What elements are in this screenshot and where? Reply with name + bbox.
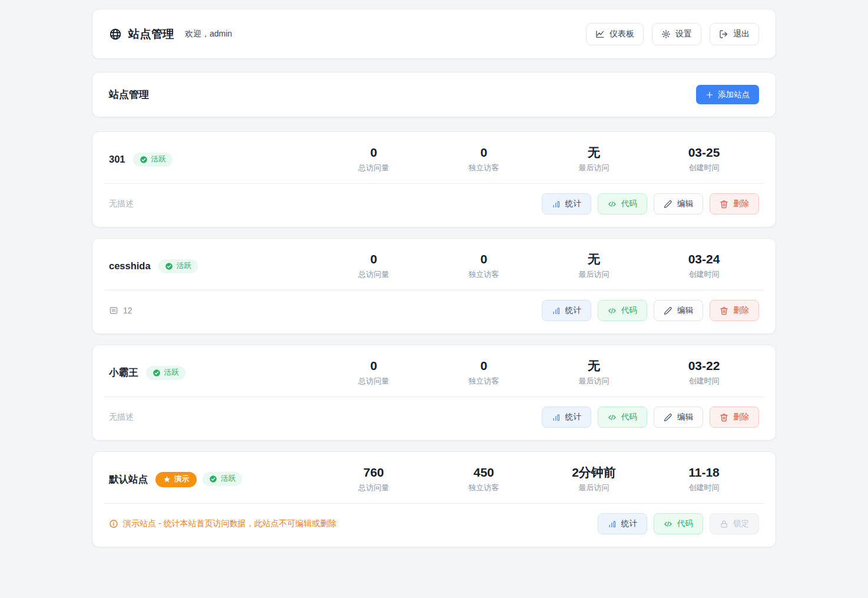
stats-button[interactable]: 统计: [542, 193, 591, 214]
site-description: 无描述: [109, 199, 134, 209]
button-label: 编辑: [677, 199, 693, 209]
site-description-text: 无描述: [109, 412, 134, 422]
site-name: 301: [109, 154, 125, 165]
stat-label: 最后访问: [539, 376, 649, 386]
stat-label: 创建时间: [649, 163, 759, 173]
stat-value: 0: [429, 252, 539, 266]
page-container: 站点管理 欢迎，admin 仪表板: [92, 9, 776, 547]
code-button[interactable]: 代码: [598, 407, 647, 428]
site-card-4: 默认站点 演示活跃 760总访问量450独立访客2分钟前最后访问11-18创建时…: [92, 451, 776, 547]
stat: 0独立访客: [429, 252, 539, 279]
badge-label: 活跃: [177, 261, 191, 271]
stat-label: 最后访问: [539, 269, 649, 280]
stat-value: 03-25: [649, 146, 759, 160]
check-circle-icon: [209, 475, 217, 483]
star-icon: [163, 475, 171, 483]
button-label: 编辑: [677, 305, 693, 316]
gear-icon: [661, 29, 671, 39]
stat: 03-24创建时间: [649, 252, 759, 279]
trash-icon: [720, 306, 728, 315]
badge-label: 活跃: [164, 368, 179, 378]
trash-icon: [720, 200, 728, 209]
delete-button[interactable]: 删除: [710, 193, 759, 214]
stat-value: 03-24: [649, 252, 759, 266]
message-square-icon: [109, 306, 118, 315]
app-title: 站点管理: [128, 27, 174, 42]
site-stats: 760总访问量450独立访客2分钟前最后访问11-18创建时间: [319, 465, 759, 493]
site-summary-row: 小霸王 活跃 0总访问量0独立访客无最后访问03-22创建时间: [92, 345, 776, 397]
stat: 无最后访问: [539, 359, 649, 386]
code-button[interactable]: 代码: [598, 193, 647, 214]
stat-value: 0: [429, 146, 539, 160]
edit-button[interactable]: 编辑: [654, 193, 703, 214]
site-head: cesshida 活跃: [109, 259, 319, 273]
site-stats: 0总访问量0独立访客无最后访问03-25创建时间: [319, 146, 759, 173]
stat-label: 独立访客: [429, 376, 539, 386]
stat-value: 无: [539, 146, 649, 160]
bar-chart-icon: [608, 520, 617, 528]
active-badge: 活跃: [203, 472, 242, 486]
code-button[interactable]: 代码: [654, 513, 703, 534]
badge-label: 活跃: [151, 154, 166, 164]
stat-label: 创建时间: [649, 376, 759, 386]
edit-button[interactable]: 编辑: [654, 300, 703, 321]
stat: 0总访问量: [319, 359, 429, 386]
stats-button[interactable]: 统计: [542, 300, 591, 321]
stat-label: 最后访问: [539, 483, 649, 493]
site-description: 12: [109, 306, 132, 315]
stats-button[interactable]: 统计: [542, 407, 591, 428]
stat-label: 总访问量: [319, 163, 429, 173]
stat-value: 0: [319, 146, 429, 160]
logout-button[interactable]: 退出: [710, 23, 759, 45]
delete-button[interactable]: 删除: [710, 300, 759, 321]
button-label: 编辑: [677, 412, 693, 422]
settings-button[interactable]: 设置: [652, 23, 701, 45]
dashboard-button-label: 仪表板: [609, 29, 634, 39]
plus-icon: [705, 91, 714, 99]
site-detail-row: 无描述 统计代码编辑删除: [92, 397, 776, 440]
site-description-text: 无描述: [109, 199, 134, 209]
check-circle-icon: [153, 369, 161, 377]
lock-icon: [720, 520, 728, 528]
stat-label: 创建时间: [649, 483, 759, 493]
brand: 站点管理: [109, 27, 174, 42]
code-icon: [608, 200, 617, 209]
settings-button-label: 设置: [675, 29, 692, 39]
stat-label: 独立访客: [429, 269, 539, 280]
code-icon: [608, 413, 617, 422]
add-site-button[interactable]: 添加站点: [696, 85, 759, 104]
site-actions: 统计代码编辑删除: [542, 300, 759, 321]
site-card-3: 小霸王 活跃 0总访问量0独立访客无最后访问03-22创建时间 无描述 统计代码…: [92, 345, 776, 441]
code-button[interactable]: 代码: [598, 300, 647, 321]
edit-button[interactable]: 编辑: [654, 407, 703, 428]
line-chart-icon: [595, 29, 605, 39]
stat-label: 总访问量: [319, 483, 429, 493]
button-label: 统计: [565, 412, 581, 422]
delete-button[interactable]: 删除: [710, 407, 759, 428]
stat: 无最后访问: [539, 146, 649, 173]
site-card-1: 301 活跃 0总访问量0独立访客无最后访问03-25创建时间 无描述 统计代码…: [92, 131, 776, 227]
site-list-toolbar: 站点管理 添加站点: [92, 72, 776, 117]
stat: 0总访问量: [319, 252, 429, 279]
trash-icon: [720, 413, 728, 422]
site-description-text: 演示站点 - 统计本站首页访问数据，此站点不可编辑或删除: [123, 518, 336, 529]
site-head: 默认站点 演示活跃: [109, 472, 319, 487]
stat-value: 450: [429, 465, 539, 480]
stat: 450独立访客: [429, 465, 539, 493]
code-icon: [664, 520, 672, 528]
active-badge: 活跃: [158, 259, 198, 273]
stat-value: 03-22: [649, 359, 759, 373]
site-badges: 演示活跃: [155, 472, 242, 487]
header-actions: 仪表板 设置 退出: [586, 23, 759, 45]
check-circle-icon: [140, 156, 148, 164]
check-circle-icon: [165, 262, 173, 270]
site-name: cesshida: [109, 260, 151, 272]
info-circle-icon: [109, 519, 118, 528]
stat: 0总访问量: [319, 146, 429, 173]
dashboard-button[interactable]: 仪表板: [586, 23, 644, 45]
section-title: 站点管理: [109, 88, 149, 101]
site-description: 无描述: [109, 412, 134, 422]
add-site-button-label: 添加站点: [718, 90, 750, 100]
badge-label: 演示: [174, 474, 189, 484]
stats-button[interactable]: 统计: [598, 513, 647, 534]
